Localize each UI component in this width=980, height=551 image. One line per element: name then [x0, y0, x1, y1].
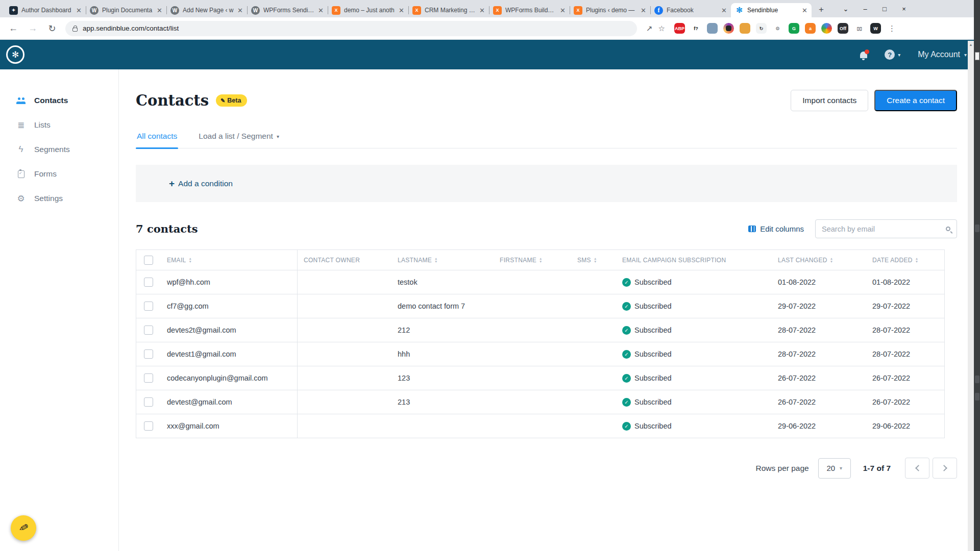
row-checkbox[interactable]	[144, 325, 153, 335]
colorball-icon[interactable]	[821, 23, 832, 34]
sidebar-item[interactable]: ≣ Lists	[0, 113, 118, 137]
column-header[interactable]: EMAIL	[161, 250, 298, 270]
browser-tab[interactable]: demo – Just anoth ✕	[328, 3, 408, 17]
cell-subscription: Subscribed	[616, 350, 772, 359]
sidebar-item[interactable]: Contacts	[0, 88, 118, 113]
sort-icon[interactable]	[434, 257, 438, 263]
browser-tab[interactable]: Plugin Documenta ✕	[86, 3, 166, 17]
sort-icon[interactable]	[189, 257, 192, 263]
notifications-bell-icon[interactable]	[860, 52, 867, 58]
view-tab[interactable]: All contacts ▾	[136, 127, 178, 148]
tab-close-icon[interactable]: ✕	[318, 7, 324, 14]
my-account-menu[interactable]: My Account ▾	[918, 50, 967, 59]
row-checkbox[interactable]	[144, 302, 153, 311]
rows-per-page-select[interactable]: 20 ▾	[818, 458, 851, 479]
sidebar-item[interactable]: Forms	[0, 162, 118, 186]
column-header[interactable]: LASTNAME	[391, 257, 494, 264]
tab-close-icon[interactable]: ✕	[560, 7, 566, 14]
contacts-table: EMAIL CONTACT OWNER LASTNAME FIRSTNAME S…	[136, 249, 945, 438]
browser-tab[interactable]: Facebook ✕	[650, 3, 731, 17]
column-header[interactable]: EMAIL CAMPAIGN SUBSCRIPTION	[616, 257, 772, 264]
wordpress-avatar-icon[interactable]: W	[870, 23, 881, 34]
compose-fab-button[interactable]: ✎	[11, 515, 36, 541]
edit-columns-button[interactable]: Edit columns	[748, 224, 804, 233]
scroll-up-arrow-icon[interactable]: ▲	[968, 41, 974, 48]
create-contact-button[interactable]: Create a contact	[874, 90, 957, 111]
column-header[interactable]: FIRSTNAME	[494, 257, 571, 264]
browser-tab[interactable]: WPForms Builder ‹ ✕	[489, 3, 570, 17]
browser-menu-icon[interactable]: ⋮	[888, 24, 896, 33]
select-all-checkbox[interactable]	[144, 256, 153, 265]
tab-close-icon[interactable]: ✕	[157, 7, 162, 14]
browser-tab[interactable]: Plugins ‹ demo — ✕	[570, 3, 650, 17]
moon-icon[interactable]	[707, 23, 718, 34]
tab-close-icon[interactable]: ✕	[237, 7, 243, 14]
column-header[interactable]: LAST CHANGED	[772, 257, 866, 264]
row-checkbox-cell	[136, 397, 161, 407]
search-input[interactable]	[822, 225, 942, 233]
sort-icon[interactable]	[830, 257, 834, 263]
adblock-plus-icon[interactable]: ABP	[674, 23, 685, 34]
address-bar[interactable]: app.sendinblue.com/contact/list	[65, 21, 637, 36]
help-icon[interactable]: ?	[885, 49, 895, 60]
view-tab[interactable]: Load a list / Segment ▾	[198, 127, 280, 148]
history-icon[interactable]: ↻	[756, 23, 767, 34]
tab-close-icon[interactable]: ✕	[479, 7, 485, 14]
tab-close-icon[interactable]: ✕	[721, 7, 727, 14]
sendinblue-logo-icon[interactable]	[6, 45, 24, 64]
tab-close-icon[interactable]: ✕	[802, 7, 807, 14]
tab-close-icon[interactable]: ✕	[641, 7, 646, 14]
bookmark-star-icon[interactable]: ☆	[658, 24, 665, 33]
reload-icon[interactable]: ↻	[46, 23, 58, 34]
column-header[interactable]: DATE ADDED	[866, 257, 944, 264]
add-condition-button[interactable]: + Add a condition	[169, 178, 233, 189]
row-checkbox[interactable]	[144, 278, 153, 287]
close-icon[interactable]: ×	[894, 5, 914, 13]
sort-icon[interactable]	[539, 257, 543, 263]
previous-page-button[interactable]	[905, 458, 929, 479]
minimize-icon[interactable]: –	[855, 5, 875, 13]
new-tab-button[interactable]: +	[815, 3, 828, 16]
tab-close-icon[interactable]: ✕	[399, 7, 404, 14]
off-badge-icon[interactable]: Off	[838, 23, 848, 34]
cell-email: devtest1@gmail.com	[161, 342, 298, 366]
next-page-button[interactable]	[933, 458, 957, 479]
help-menu[interactable]: ? ▾	[885, 49, 900, 60]
split-window-icon[interactable]: ▯▯	[854, 23, 865, 34]
page-scrollbar[interactable]: ▲	[968, 41, 974, 551]
sort-icon[interactable]	[594, 257, 597, 263]
column-header[interactable]: CONTACT OWNER	[298, 257, 391, 264]
cell-last-changed: 26-07-2022	[772, 374, 866, 382]
maximize-icon[interactable]: □	[875, 5, 894, 13]
tab-close-icon[interactable]: ✕	[76, 7, 82, 14]
browser-tab[interactable]: Author Dashboard ✕	[5, 3, 86, 17]
search-box[interactable]	[815, 219, 957, 238]
sort-icon[interactable]	[915, 257, 919, 263]
share-icon[interactable]: ↗	[646, 24, 653, 33]
column-header[interactable]: SMS	[571, 257, 616, 264]
browser-tab[interactable]: Add New Page ‹ w ✕	[166, 3, 247, 17]
orange-ext-icon[interactable]: a	[805, 23, 816, 34]
cookie-icon[interactable]	[740, 23, 750, 34]
fq-icon[interactable]: f?	[691, 23, 701, 34]
import-contacts-button[interactable]: Import contacts	[791, 90, 868, 111]
green-ext-icon[interactable]: G	[789, 23, 799, 34]
cell-last-changed: 01-08-2022	[772, 278, 866, 286]
window-menu-icon[interactable]: ⌄	[836, 5, 855, 13]
row-checkbox[interactable]	[144, 349, 153, 359]
instagram-icon[interactable]	[723, 23, 734, 34]
row-checkbox-cell	[136, 421, 161, 431]
row-checkbox[interactable]	[144, 373, 153, 383]
condition-band: + Add a condition	[136, 165, 957, 202]
row-checkbox[interactable]	[144, 397, 153, 407]
browser-tab[interactable]: CRM Marketing ‹ d ✕	[408, 3, 489, 17]
facebook-favicon-icon	[654, 6, 663, 15]
sidebar-item[interactable]: ⚙ Settings	[0, 186, 118, 211]
browser-tab[interactable]: WPForms Sendinb ✕	[247, 3, 328, 17]
page-url[interactable]: app.sendinblue.com/contact/list	[83, 24, 179, 32]
gear-ext-icon[interactable]: ⚙	[772, 23, 783, 34]
back-icon[interactable]: ←	[7, 23, 19, 34]
sidebar-item[interactable]: ϟ Segments	[0, 137, 118, 162]
row-checkbox[interactable]	[144, 421, 153, 431]
browser-tab[interactable]: Sendinblue ✕	[731, 3, 812, 17]
